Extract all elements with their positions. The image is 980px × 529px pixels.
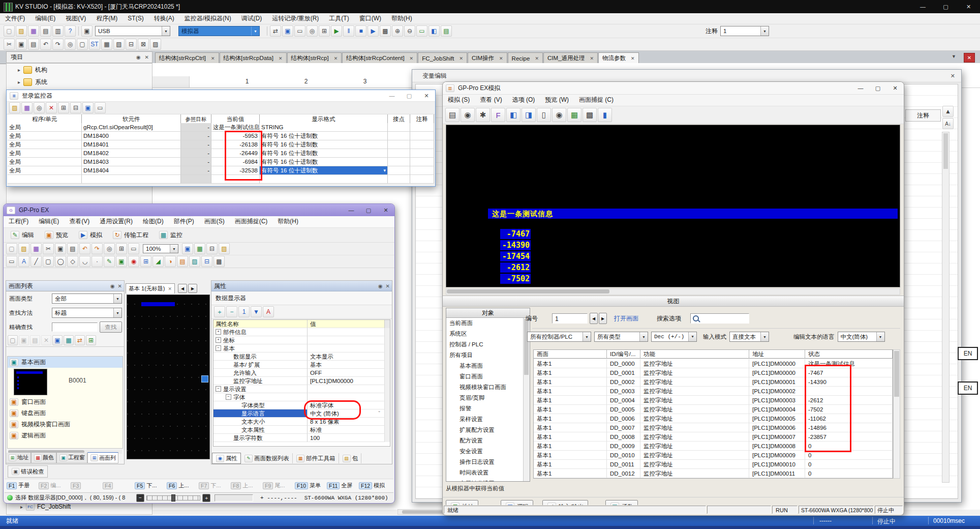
batch-register-icon[interactable]: ▭ [95,102,106,113]
convert-icon[interactable]: ▨ [150,39,161,50]
maximize-button[interactable]: ▢ [934,0,957,13]
properties-scrollbar[interactable] [384,401,390,409]
function-key[interactable]: F1手册 [7,482,39,489]
exit-icon[interactable]: ▮ [598,108,612,122]
guide-icon[interactable]: ▭ [128,243,139,254]
menu-item[interactable]: 画面(S) [199,216,230,227]
properties-scrollbar[interactable] [384,426,390,434]
insert-row-icon[interactable]: ⊞ [58,102,69,113]
open-icon[interactable]: ▨ [9,102,20,113]
object-list-item[interactable]: 窗口画面 [446,371,530,382]
watch-table-row[interactable]: 全局 DM18404 - -32538 有符号 16 位十进制数 [8,166,434,175]
meter-part-icon[interactable]: ◑ [165,256,176,267]
sim-table-row[interactable]: 基本1 DD_0000 监控字地址 [PLC1]DM00000 这是一条测试信息 [534,359,893,368]
plc-transfer-icon[interactable]: ⇄ [270,25,281,37]
split-vertical-icon[interactable]: ◨ [522,108,536,122]
menu-item[interactable]: ST(S) [122,13,148,24]
property-row[interactable]: 显示字符数 100 [213,434,390,442]
properties-scrollbar[interactable] [384,385,390,393]
tab-scroll-icon[interactable]: ▼ [952,54,956,59]
line-tool-icon[interactable]: ╱ [30,256,42,267]
preview-screen-icon[interactable]: ▣ [52,335,63,345]
mode-button[interactable]: ↻传输工程 [108,229,153,241]
menu-item[interactable]: 部件(P) [169,216,199,227]
close-tab-icon[interactable]: ✕ [459,56,463,61]
object-list-item[interactable]: 报警 [446,403,530,414]
property-row[interactable]: 允许输入 OFF [213,369,390,377]
find-icon[interactable]: ◎ [65,39,76,50]
menu-item[interactable]: 通用设置(R) [95,216,138,227]
close-button[interactable]: ✕ [418,93,435,99]
selection-handle-icon[interactable] [201,375,208,383]
pin-icon[interactable]: ◉ [378,283,383,289]
print-preview-icon[interactable]: ▥ [52,25,64,37]
object-list-item[interactable]: 扩展配方设置 [446,425,530,435]
menu-item[interactable]: 工具(T) [324,13,354,24]
object-list-item[interactable]: 操作日志设置 [446,457,530,467]
search-input[interactable] [690,313,749,324]
property-row[interactable]: 显示语言 中文 (简体) [213,409,390,418]
properties-scrollbar[interactable] [384,369,390,377]
properties-scrollbar[interactable] [384,409,390,418]
arc-tool-icon[interactable]: ◡ [79,256,90,267]
parts-list-icon[interactable]: ⊟ [206,243,218,254]
object-list-item[interactable]: 控制器 / PLC [446,339,530,350]
sim-table-row[interactable]: 基本1 DD_0009 监控字地址 [PLC1]DM00008 0 [534,442,893,451]
monitor-icon[interactable]: ▣ [282,25,293,37]
new-file-icon[interactable]: ▢ [4,25,15,37]
print-icon[interactable]: ▤ [40,25,51,37]
expand-arrow-icon[interactable]: ▸ [20,504,23,510]
properties-scrollbar[interactable] [384,344,390,352]
insert-line-icon[interactable]: ⊟ [126,39,137,50]
menu-item[interactable]: 工程(F) [4,216,34,227]
menu-item[interactable]: 模拟 (S) [443,95,475,105]
sim-table-row[interactable]: 基本1 DD_0010 监控字地址 [PLC1]DM00009 0 [534,451,893,460]
input-mode-select[interactable]: 直接文本▼ [729,332,769,342]
function-key[interactable]: F6上... [167,482,199,489]
zoom-slider[interactable] [146,495,200,501]
package-icon[interactable]: ▨ [219,243,230,254]
grid-icon[interactable]: ⊞ [116,243,127,254]
menu-item[interactable]: 视图(V) [60,13,91,24]
property-row[interactable]: 数据显示 文本显示 [213,352,390,361]
stop-icon[interactable]: ■ [355,25,366,37]
device-search-icon[interactable]: ◎ [307,25,318,37]
property-row[interactable]: 监控字地址 [PLC1]DM00000 [213,377,390,385]
menu-item[interactable]: 调试(D) [236,13,267,24]
expand-arrow-icon[interactable]: ▸ [18,79,20,85]
properties-scrollbar[interactable] [384,361,390,369]
show-one-icon[interactable]: 1 [238,306,250,317]
search-button[interactable]: 查找 [100,321,122,333]
maximize-button[interactable]: ▢ [401,93,418,99]
watch-table-row[interactable]: 全局 DM18401 - -26138 有符号 16 位十进制数 [8,140,434,149]
minimize-button[interactable]: — [852,85,869,91]
batch-icon[interactable]: ▩ [380,25,391,37]
find-register-icon[interactable]: ◎ [34,102,45,113]
function-key[interactable]: F5下... [135,482,167,489]
picture-part-icon[interactable]: ▨ [189,256,200,267]
simulator-mode-select[interactable]: 模拟器▼ [178,26,260,36]
graph-part-icon[interactable]: ◢ [152,256,164,267]
screen-group-item[interactable]: ▣ 窗口画面 [8,396,122,407]
maximize-button[interactable]: ▢ [360,207,377,214]
capture-save-icon[interactable]: ▦ [567,108,581,122]
property-row[interactable]: 字体类型 标准字体 [213,401,390,409]
pin-icon[interactable]: ◉ [110,283,115,289]
editor-tab[interactable]: 基本 1(无标题)✕ [126,283,175,293]
prev-screen-icon[interactable]: ◀ [590,313,598,324]
function-key[interactable]: F12模拟 [359,482,391,489]
pane-tab[interactable]: ◉属性 [212,453,241,464]
pane-tab[interactable]: ▨包 [339,453,362,463]
sim-table-row[interactable]: 基本1 DD_0006 监控字地址 [PLC1]DM00005 -11062 [534,414,893,423]
find-method-select[interactable]: 标题▼ [52,308,122,318]
menu-item[interactable]: 画面捕捉(C) [230,216,273,227]
abc-filter-icon[interactable]: A [263,306,274,317]
find-replace-icon[interactable]: ▢ [77,39,88,50]
expand-arrow-icon[interactable]: ▸ [18,67,20,73]
watch-titlebar[interactable]: ≣ 登录监控器 — ▢ ✕ [7,90,435,102]
copy-screen-icon[interactable]: ▣ [19,335,29,345]
mode-button[interactable]: ▶模拟 [74,229,107,241]
memory-tool-icon[interactable]: ▩ [583,108,597,122]
close-panel-icon[interactable]: ✕ [145,54,149,60]
sort-up-icon[interactable]: ▲ [942,106,954,117]
